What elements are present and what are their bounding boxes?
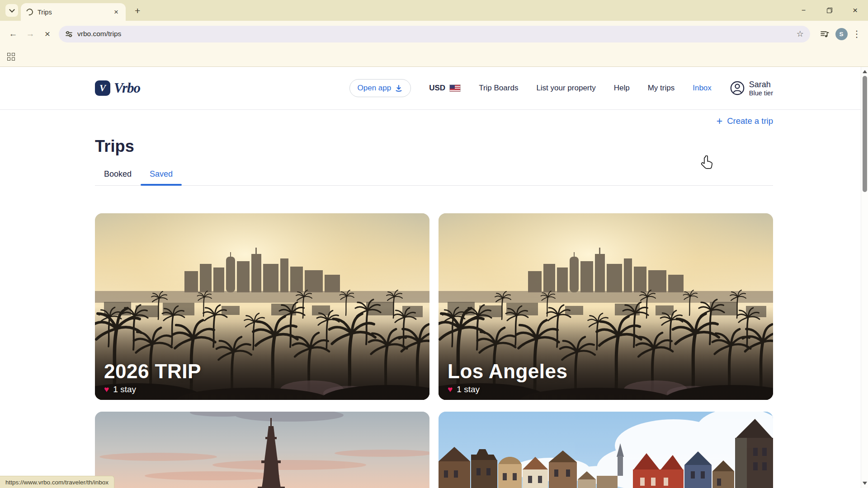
tab-loading-spinner-icon — [25, 7, 34, 16]
profile-icon — [730, 80, 745, 96]
tab-close-icon[interactable]: × — [112, 7, 120, 17]
vrbo-logo-icon: V — [95, 80, 110, 96]
trip-card-2026-trip[interactable]: 2026 TRIP ♥ 1 stay — [95, 213, 429, 400]
download-icon — [395, 84, 403, 92]
heart-icon: ♥ — [104, 385, 109, 394]
chevron-down-icon — [9, 7, 15, 13]
bookmark-star-icon[interactable]: ☆ — [797, 29, 804, 39]
vrbo-trips-page: V Vrbo Open app USD Trip Boards — [0, 67, 868, 488]
media-controls-button[interactable] — [816, 25, 833, 42]
browser-tab[interactable]: Trips × — [21, 3, 126, 21]
account-tier: Blue tier — [749, 89, 773, 97]
nav-help[interactable]: Help — [614, 84, 630, 93]
create-trip-button[interactable]: + Create a trip — [717, 116, 773, 127]
amsterdam-photo — [439, 412, 773, 488]
trip-card-amsterdam[interactable] — [439, 412, 773, 488]
site-header: V Vrbo Open app USD Trip Boards — [0, 67, 868, 110]
trips-tabs: Booked Saved — [95, 169, 773, 186]
heart-icon: ♥ — [448, 385, 453, 394]
restore-icon — [827, 8, 832, 13]
header-nav: Open app USD Trip Boards List your prope… — [349, 79, 773, 97]
open-app-button[interactable]: Open app — [349, 79, 411, 97]
currency-selector[interactable]: USD — [429, 84, 461, 93]
maximize-button[interactable] — [816, 0, 842, 21]
create-trip-label: Create a trip — [727, 116, 773, 126]
account-menu[interactable]: Sarah Blue tier — [730, 80, 773, 97]
minimize-button[interactable]: − — [791, 0, 816, 21]
scrollbar-thumb[interactable] — [863, 76, 867, 192]
site-info-icon[interactable] — [65, 30, 73, 38]
trip-card-paris[interactable] — [95, 412, 429, 488]
vrbo-logo[interactable]: V Vrbo — [95, 80, 140, 96]
browser-avatar: S — [835, 28, 848, 40]
scroll-down-arrow[interactable] — [863, 482, 867, 485]
us-flag-icon — [449, 84, 461, 92]
open-app-label: Open app — [358, 84, 392, 93]
back-button[interactable]: ← — [5, 25, 22, 42]
tab-saved[interactable]: Saved — [141, 169, 182, 185]
nav-my-trips[interactable]: My trips — [648, 84, 675, 93]
tab-booked[interactable]: Booked — [95, 169, 141, 185]
currency-label: USD — [429, 84, 445, 93]
apps-grid-icon[interactable] — [7, 53, 15, 61]
browser-profile-button[interactable]: S — [833, 25, 850, 42]
close-window-button[interactable]: × — [842, 0, 868, 21]
url-text[interactable]: vrbo.com/trips — [77, 30, 792, 38]
browser-tab-strip: Trips × + − × — [0, 0, 868, 21]
cursor-pointer-icon — [699, 155, 713, 171]
nav-trip-boards[interactable]: Trip Boards — [479, 84, 518, 93]
stay-count: 1 stay — [457, 385, 480, 394]
new-tab-button[interactable]: + — [131, 5, 144, 17]
browser-menu-button[interactable]: ⋮ — [850, 25, 863, 42]
scrollbar[interactable] — [861, 67, 868, 488]
stop-loading-button[interactable]: × — [39, 25, 56, 42]
bookmarks-bar — [0, 47, 868, 67]
browser-toolbar: ← → × vrbo.com/trips ☆ S ⋮ — [0, 21, 868, 47]
trip-name: 2026 TRIP — [104, 360, 201, 383]
tab-title: Trips — [38, 9, 108, 16]
paris-photo — [95, 412, 429, 488]
trips-content: + Create a trip Trips Booked Saved 2026 … — [95, 115, 773, 488]
nav-list-your-property[interactable]: List your property — [536, 84, 595, 93]
vrbo-logo-wordmark: Vrbo — [114, 80, 140, 96]
page-title: Trips — [95, 137, 773, 156]
trip-name: Los Angeles — [448, 360, 567, 383]
trip-card-grid: 2026 TRIP ♥ 1 stay Los Angeles ♥ 1 stay — [95, 213, 773, 488]
account-name: Sarah — [749, 80, 773, 89]
tab-search-button[interactable] — [5, 4, 18, 17]
forward-button[interactable]: → — [22, 25, 39, 42]
media-playlist-icon — [820, 29, 829, 39]
address-bar[interactable]: vrbo.com/trips ☆ — [59, 26, 810, 42]
plus-icon: + — [717, 116, 722, 127]
scroll-up-arrow[interactable] — [863, 70, 867, 73]
nav-inbox[interactable]: Inbox — [693, 84, 712, 93]
status-bar: https://www.vrbo.com/traveler/th/inbox — [0, 476, 114, 488]
window-controls: − × — [791, 0, 868, 21]
stay-count: 1 stay — [113, 385, 136, 394]
trip-card-los-angeles[interactable]: Los Angeles ♥ 1 stay — [439, 213, 773, 400]
